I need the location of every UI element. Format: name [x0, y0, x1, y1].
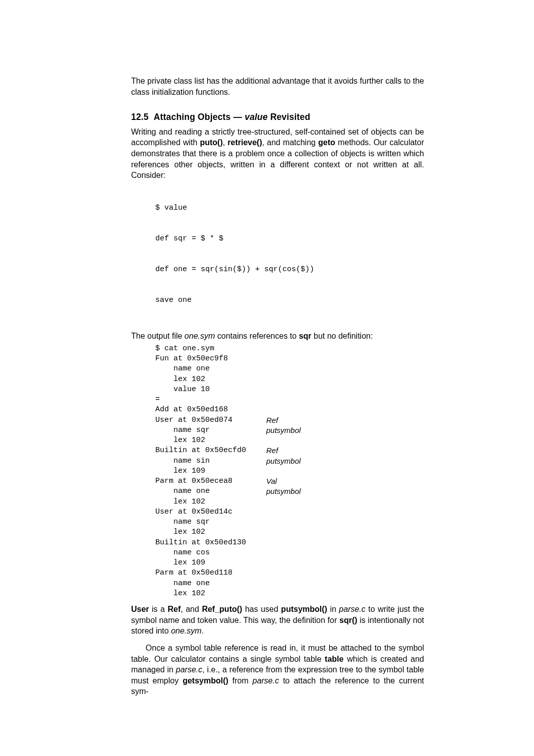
paragraph-4: Once a symbol table reference is read in… — [131, 643, 424, 697]
code-annotation: Ref — [266, 415, 278, 425]
p1-t1: , — [223, 138, 228, 147]
code-annotation: putsymbol — [266, 456, 301, 466]
code-text: lex 109 — [155, 558, 266, 568]
code-line: lex 102 — [155, 435, 424, 446]
p3-b2: Ref_puto() — [202, 605, 242, 613]
code-text: User at 0x50ed074 — [155, 415, 266, 425]
code-text: name cos — [155, 548, 266, 558]
code-line: User at 0x50ed074Ref — [155, 415, 424, 425]
code-line: = — [155, 395, 424, 405]
section-title-italic: value — [245, 112, 268, 122]
p2-italic-onesym: one.sym — [185, 332, 215, 340]
code-annotation: Val — [266, 476, 277, 486]
code-line: def one = sqr(sin($)) + sqr(cos($)) — [155, 265, 424, 275]
code-line: lex 102 — [155, 497, 424, 507]
code-text: Parm at 0x50ed118 — [155, 568, 266, 578]
section-title-post: Revisited — [268, 112, 310, 122]
p3-t3: in — [327, 605, 339, 613]
code-line: name oneputsymbol — [155, 486, 424, 496]
code-annotation: putsymbol — [266, 425, 301, 435]
intro-paragraph: The private class list has the additiona… — [131, 76, 424, 97]
code-line: User at 0x50ed14c — [155, 507, 424, 517]
p3-t6: . — [202, 626, 204, 635]
code-text: name sqr — [155, 425, 266, 435]
code-line: name cos — [155, 548, 424, 558]
code-text: lex 102 — [155, 374, 266, 385]
section-number: 12.5 — [131, 112, 149, 122]
p4-i2: parse.c — [253, 676, 279, 685]
code-text: User at 0x50ed14c — [155, 507, 266, 517]
code-line: save one — [155, 295, 424, 305]
code-text: Fun at 0x50ec9f8 — [155, 354, 266, 364]
p3-i1: parse.c — [339, 605, 365, 613]
code-line: Builtin at 0x50ed130 — [155, 538, 424, 548]
p4-b1: table — [325, 655, 343, 663]
code-text: Builtin at 0x50ed130 — [155, 538, 266, 548]
code-text: lex 102 — [155, 527, 266, 537]
code-line: $ cat one.sym — [155, 344, 424, 354]
p3-t2: has used — [242, 605, 281, 613]
code-line: Fun at 0x50ec9f8 — [155, 354, 424, 364]
code-line: def sqr = $ * $ — [155, 234, 424, 244]
p2-t1: contains references to — [215, 332, 299, 340]
code-text: Parm at 0x50ecea8 — [155, 476, 266, 486]
p3-i2: one.sym — [171, 626, 201, 635]
p1-bold-retrieve: retrieve() — [227, 138, 262, 147]
code-text: = — [155, 395, 266, 405]
code-block-2: $ cat one.symFun at 0x50ec9f8 name one l… — [155, 344, 424, 599]
code-line: $ value — [155, 203, 424, 213]
page: The private class list has the additiona… — [0, 0, 534, 756]
code-block-1: $ value def sqr = $ * $ def one = sqr(si… — [155, 183, 424, 326]
code-annotation: Ref — [266, 446, 278, 456]
code-line: lex 102 — [155, 527, 424, 537]
code-line: name sqrputsymbol — [155, 425, 424, 435]
code-line: Builtin at 0x50ecfd0Ref — [155, 446, 424, 456]
p4-i1: parse.c — [176, 665, 202, 674]
code-text: $ cat one.sym — [155, 344, 266, 354]
code-annotation: putsymbol — [266, 486, 301, 496]
section-title-pre: Attaching Objects — — [154, 112, 245, 122]
p1-bold-geto: geto — [318, 138, 335, 147]
code-text: name one — [155, 364, 266, 374]
code-line: name sinputsymbol — [155, 456, 424, 466]
p2-bold-sqr: sqr — [299, 332, 312, 340]
code-text: Builtin at 0x50ecfd0 — [155, 446, 266, 456]
p3-b0: User — [131, 605, 149, 613]
code-text: lex 109 — [155, 466, 266, 476]
paragraph-2: The output file one.sym contains referen… — [131, 331, 424, 342]
code-line: lex 109 — [155, 558, 424, 568]
p3-t0: is a — [149, 605, 168, 613]
code-text: lex 102 — [155, 589, 266, 599]
code-text: name one — [155, 579, 266, 589]
p3-b1: Ref — [168, 605, 181, 613]
code-line: lex 109 — [155, 466, 424, 476]
p1-t2: , and matching — [262, 138, 318, 147]
code-text: lex 102 — [155, 497, 266, 507]
code-line: value 10 — [155, 385, 424, 395]
paragraph-1: Writing and reading a strictly tree-stru… — [131, 127, 424, 181]
code-line: Add at 0x50ed168 — [155, 405, 424, 415]
code-text: name sin — [155, 456, 266, 466]
code-line: Parm at 0x50ed118 — [155, 568, 424, 578]
p3-t1: , and — [181, 605, 202, 613]
p4-t3: from — [228, 676, 253, 685]
code-line: name sqr — [155, 517, 424, 527]
p2-t2: but no definition: — [312, 332, 373, 340]
code-text: value 10 — [155, 385, 266, 395]
p1-bold-puto: puto() — [200, 138, 222, 147]
code-text: lex 102 — [155, 435, 266, 446]
paragraph-3: User is a Ref, and Ref_puto() has used p… — [131, 604, 424, 637]
p3-b3: putsymbol() — [281, 605, 327, 613]
section-heading: 12.5Attaching Objects — value Revisited — [131, 111, 424, 123]
code-line: name one — [155, 364, 424, 374]
code-line: lex 102 — [155, 374, 424, 385]
code-text: name sqr — [155, 517, 266, 527]
p4-b2: getsymbol() — [183, 676, 228, 685]
code-text: Add at 0x50ed168 — [155, 405, 266, 415]
p2-t0: The output file — [131, 332, 185, 340]
p3-b4: sqr() — [339, 616, 358, 624]
code-line: name one — [155, 579, 424, 589]
code-text: name one — [155, 486, 266, 496]
code-line: lex 102 — [155, 589, 424, 599]
code-line: Parm at 0x50ecea8Val — [155, 476, 424, 486]
